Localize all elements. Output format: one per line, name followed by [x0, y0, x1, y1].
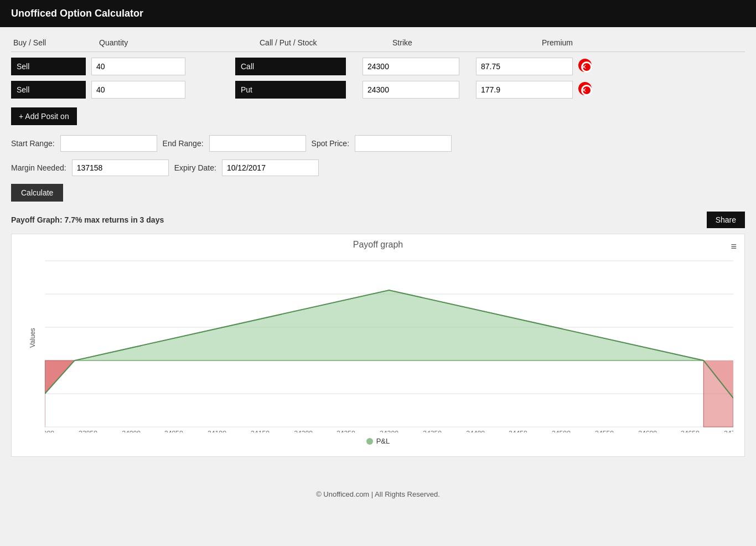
- end-range-label: End Range:: [163, 139, 204, 148]
- svg-text:24150: 24150: [251, 430, 270, 432]
- svg-text:24600: 24600: [638, 430, 657, 432]
- col-header-buysell: Buy / Sell: [13, 38, 94, 47]
- remove-button-1[interactable]: [578, 59, 592, 75]
- app-header: Unofficed Option Calculator: [0, 0, 756, 27]
- svg-text:24050: 24050: [164, 430, 183, 432]
- svg-text:24350: 24350: [423, 430, 442, 432]
- quantity-input-2[interactable]: [91, 81, 185, 99]
- remove-icon-2: [578, 82, 592, 95]
- chart-menu-icon[interactable]: ≡: [731, 241, 737, 253]
- expiry-date-label: Expiry Date:: [174, 163, 216, 172]
- premium-input-1[interactable]: [476, 58, 573, 75]
- legend-label: P&L: [376, 437, 390, 445]
- chart-area: Values 15k 10k 5k 0 -5k: [45, 255, 733, 432]
- col-header-premium: Premium: [542, 38, 647, 47]
- y-axis-label: Values: [29, 328, 37, 348]
- header-divider: [11, 51, 745, 52]
- margin-row: Margin Needed: Expiry Date:: [11, 159, 745, 176]
- col-header-strike: Strike: [392, 38, 498, 47]
- margin-needed-input[interactable]: [72, 159, 169, 176]
- share-button[interactable]: Share: [707, 212, 745, 228]
- svg-text:24250: 24250: [336, 430, 355, 432]
- app-title: Unofficed Option Calculator: [11, 8, 143, 19]
- position-row: Sell Call: [11, 58, 745, 75]
- svg-text:24700: 24700: [724, 430, 733, 432]
- svg-text:24400: 24400: [466, 430, 485, 432]
- quantity-input-1[interactable]: [91, 58, 185, 75]
- col-header-callput: Call / Put / Stock: [260, 38, 376, 47]
- strike-input-1[interactable]: [363, 58, 459, 75]
- legend-dot: [366, 438, 373, 445]
- chart-container: Payoff graph ≡ Values 15k 10k: [11, 234, 745, 457]
- svg-text:23900: 23900: [45, 430, 54, 432]
- expiry-date-input[interactable]: [222, 159, 319, 176]
- start-range-label: Start Range:: [11, 139, 55, 148]
- margin-needed-label: Margin Needed:: [11, 163, 66, 172]
- svg-text:24550: 24550: [595, 430, 614, 432]
- premium-input-2[interactable]: [476, 81, 573, 99]
- footer-text: © Unofficed.com | All Rights Reserved.: [316, 490, 440, 498]
- spot-price-input[interactable]: [355, 135, 452, 152]
- chart-title: Payoff graph: [17, 240, 739, 250]
- chart-legend: P&L: [17, 437, 739, 445]
- buysell-button-1[interactable]: Sell: [11, 58, 86, 75]
- range-row: Start Range: End Range: Spot Price:: [11, 135, 745, 152]
- svg-text:24450: 24450: [509, 430, 527, 432]
- svg-text:24500: 24500: [552, 430, 571, 432]
- buysell-button-2[interactable]: Sell: [11, 81, 86, 99]
- callput-button-1[interactable]: Call: [235, 58, 346, 75]
- main-content: Buy / Sell Quantity Call / Put / Stock S…: [0, 27, 756, 468]
- columns-header: Buy / Sell Quantity Call / Put / Stock S…: [11, 38, 745, 47]
- remove-icon-1: [578, 59, 592, 72]
- payoff-description: Payoff Graph: 7.7% max returns in 3 days: [11, 215, 164, 224]
- start-range-input[interactable]: [60, 135, 157, 152]
- footer: © Unofficed.com | All Rights Reserved.: [0, 479, 756, 509]
- svg-text:24300: 24300: [380, 430, 398, 432]
- callput-button-2[interactable]: Put: [235, 81, 346, 99]
- add-position-button[interactable]: + Add Posit on: [11, 107, 77, 125]
- svg-text:24200: 24200: [294, 430, 313, 432]
- svg-marker-12: [75, 290, 704, 360]
- position-row: Sell Put: [11, 81, 745, 99]
- strike-input-2[interactable]: [363, 81, 459, 99]
- svg-text:23950: 23950: [79, 430, 97, 432]
- end-range-input[interactable]: [209, 135, 306, 152]
- svg-text:24650: 24650: [681, 430, 700, 432]
- svg-text:24000: 24000: [122, 430, 141, 432]
- spot-price-label: Spot Price:: [312, 139, 349, 148]
- calculate-button[interactable]: Calculate: [11, 184, 63, 202]
- svg-text:24100: 24100: [208, 430, 226, 432]
- payoff-header: Payoff Graph: 7.7% max returns in 3 days…: [11, 212, 745, 228]
- remove-button-2[interactable]: [578, 82, 592, 98]
- payoff-chart: 15k 10k 5k 0 -5k -10k: [45, 255, 733, 432]
- col-header-quantity: Quantity: [99, 38, 210, 47]
